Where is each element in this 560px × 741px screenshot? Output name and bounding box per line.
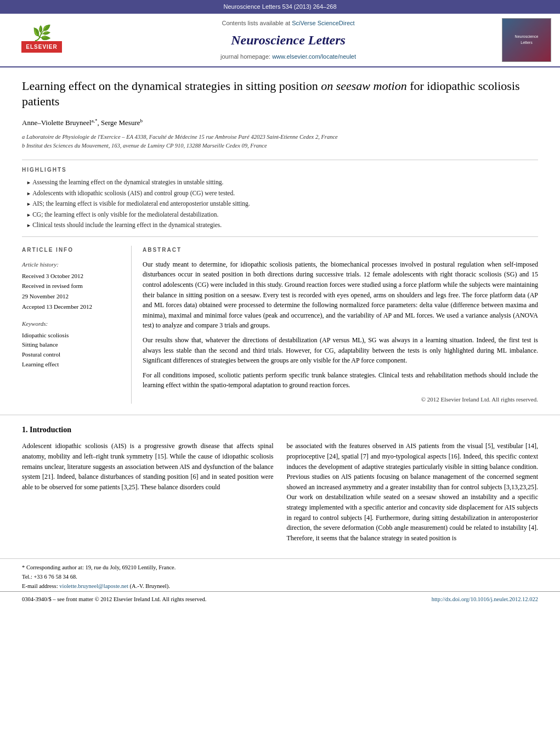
author-1: Anne–Violette Bruyneel	[22, 118, 92, 127]
article-body-columns: ARTICLE INFO Article history: Received 3…	[22, 246, 538, 404]
journal-title: Neuroscience Letters	[86, 30, 491, 50]
article-info-label: ARTICLE INFO	[22, 246, 122, 254]
introduction-columns: Adolescent idiopathic scoliosis (AIS) is…	[22, 441, 538, 547]
highlights-title: HIGHLIGHTS	[22, 166, 538, 174]
affiliation-a: a Laboratoire de Physiologie de l'Exerci…	[22, 133, 538, 142]
abstract-paragraph-2: Our results show that, whatever the dire…	[143, 335, 538, 366]
abstract-paragraph-1: Our study meant to determine, for idiopa…	[143, 259, 538, 331]
highlight-item: Clinical tests should include the learni…	[26, 220, 538, 231]
footnote-email: E-mail address: violette.bruyneel@lapost…	[22, 582, 538, 591]
journal-thumbnail: NeuroscienceLetters	[502, 18, 551, 62]
email-link[interactable]: violette.bruyneel@laposte.net	[59, 583, 128, 589]
keyword-1: Idiopathic scoliosis	[22, 331, 122, 341]
abstract-label: ABSTRACT	[143, 246, 538, 254]
keyword-2: Sitting balance	[22, 340, 122, 350]
highlight-item: AIS; the learning effect is visible for …	[26, 199, 538, 210]
highlights-section: HIGHLIGHTS Assessing the learning effect…	[22, 160, 538, 237]
journal-header: 🌿 ELSEVIER Contents lists available at S…	[0, 14, 560, 67]
affiliations: a Laboratoire de Physiologie de l'Exerci…	[22, 133, 538, 151]
elsevier-tree-icon: 🌿	[32, 26, 52, 41]
history-label: Article history:	[22, 259, 122, 270]
issn-line: 0304-3940/$ – see front matter © 2012 El…	[0, 591, 560, 607]
copyright-line: © 2012 Elsevier Ireland Ltd. All rights …	[143, 395, 538, 404]
doi-link[interactable]: http://dx.doi.org/10.1016/j.neulet.2012.…	[432, 595, 538, 604]
article-title: Learning effect on the dynamical strateg…	[22, 78, 538, 110]
keyword-3: Postural control	[22, 350, 122, 360]
received-date: Received 3 October 2012 Received in revi…	[22, 271, 122, 312]
intro-left-para-1: Adolescent idiopathic scoliosis (AIS) is…	[22, 441, 274, 492]
keywords-section: Keywords: Idiopathic scoliosis Sitting b…	[22, 319, 122, 369]
highlights-list: Assessing the learning effect on the dyn…	[22, 177, 538, 231]
keywords-title: Keywords:	[22, 319, 122, 329]
sciverse-link[interactable]: SciVerse ScienceDirect	[292, 20, 354, 26]
highlight-item: Assessing the learning effect on the dyn…	[26, 177, 538, 188]
abstract-paragraph-3: For all conditions imposed, scoliotic pa…	[143, 370, 538, 391]
elsevier-wordmark: ELSEVIER	[21, 41, 61, 53]
highlight-item: CG; the learning effect is only visible …	[26, 210, 538, 220]
article-info-column: ARTICLE INFO Article history: Received 3…	[22, 246, 132, 404]
main-content: Learning effect on the dynamical strateg…	[0, 67, 560, 416]
affiliation-b: b Institut des Sciences du Mouvement, 16…	[22, 142, 538, 151]
intro-right-para-1: be associated with the features observed…	[287, 441, 539, 543]
introduction-section: 1. Introduction Adolescent idiopathic sc…	[0, 415, 560, 547]
article-history: Article history: Received 3 October 2012…	[22, 259, 122, 312]
elsevier-logo: 🌿 ELSEVIER	[9, 26, 75, 54]
author-2: , Serge Mesure	[97, 118, 140, 127]
top-bar: Neuroscience Letters 534 (2013) 264–268	[0, 0, 560, 14]
intro-left-column: Adolescent idiopathic scoliosis (AIS) is…	[22, 441, 274, 547]
footnote-tel: Tel.: +33 6 76 58 34 68.	[22, 573, 538, 582]
keyword-4: Learning effect	[22, 360, 122, 370]
authors: Anne–Violette Bruyneela,*, Serge Mesureb	[22, 117, 538, 128]
introduction-heading: 1. Introduction	[22, 424, 538, 435]
abstract-column: ABSTRACT Our study meant to determine, f…	[143, 246, 538, 404]
thumbnail-image: NeuroscienceLetters	[502, 19, 551, 61]
footnote-section: * Corresponding author at: 19, rue du Jo…	[0, 558, 560, 591]
intro-right-column: be associated with the features observed…	[287, 441, 539, 547]
homepage-line: journal homepage: www.elsevier.com/locat…	[86, 52, 491, 61]
contents-line: Contents lists available at SciVerse Sci…	[86, 19, 491, 28]
journal-center: Contents lists available at SciVerse Sci…	[75, 19, 502, 61]
journal-citation: Neuroscience Letters 534 (2013) 264–268	[223, 3, 336, 10]
highlight-item: Adolescents with idiopathic scoliosis (A…	[26, 188, 538, 199]
journal-homepage-link[interactable]: www.elsevier.com/locate/neulet	[272, 53, 356, 60]
issn-text: 0304-3940/$ – see front matter © 2012 El…	[22, 595, 206, 604]
corresponding-author: * Corresponding author at: 19, rue du Jo…	[22, 563, 538, 573]
